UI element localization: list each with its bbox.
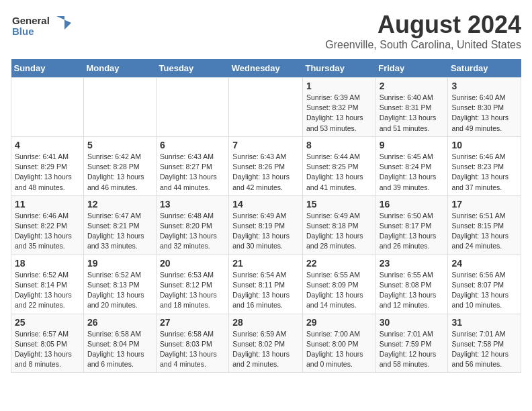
week-row-2: 4Sunrise: 6:41 AMSunset: 8:29 PMDaylight… xyxy=(11,136,521,195)
day-info: Sunrise: 6:58 AMSunset: 8:03 PMDaylight:… xyxy=(160,329,225,370)
day-cell: 17Sunrise: 6:51 AMSunset: 8:15 PMDayligh… xyxy=(448,195,521,255)
day-info: Sunrise: 6:43 AMSunset: 8:27 PMDaylight:… xyxy=(160,152,225,193)
day-number: 11 xyxy=(15,199,80,210)
day-number: 21 xyxy=(232,258,299,269)
day-number: 31 xyxy=(451,317,517,328)
day-cell: 26Sunrise: 6:58 AMSunset: 8:04 PMDayligh… xyxy=(83,314,156,373)
day-cell: 15Sunrise: 6:49 AMSunset: 8:18 PMDayligh… xyxy=(302,195,375,255)
day-cell xyxy=(157,78,229,137)
week-row-4: 18Sunrise: 6:52 AMSunset: 8:14 PMDayligh… xyxy=(11,255,521,314)
day-cell: 2Sunrise: 6:40 AMSunset: 8:31 PMDaylight… xyxy=(375,78,448,137)
col-header-friday: Friday xyxy=(375,59,448,78)
day-number: 22 xyxy=(306,258,372,269)
main-title: August 2024 xyxy=(325,11,521,39)
day-cell xyxy=(83,78,156,137)
day-cell: 29Sunrise: 7:00 AMSunset: 8:00 PMDayligh… xyxy=(302,314,375,373)
day-number: 2 xyxy=(380,81,445,91)
svg-text:Blue: Blue xyxy=(12,26,34,37)
day-cell: 6Sunrise: 6:43 AMSunset: 8:27 PMDaylight… xyxy=(157,136,229,195)
day-info: Sunrise: 7:01 AMSunset: 7:58 PMDaylight:… xyxy=(451,329,517,370)
day-info: Sunrise: 6:52 AMSunset: 8:13 PMDaylight:… xyxy=(87,270,152,311)
day-number: 17 xyxy=(451,199,517,210)
day-info: Sunrise: 7:00 AMSunset: 8:00 PMDaylight:… xyxy=(306,329,372,370)
day-number: 12 xyxy=(87,199,152,210)
day-cell: 30Sunrise: 7:01 AMSunset: 7:59 PMDayligh… xyxy=(375,314,448,373)
day-number: 24 xyxy=(451,258,517,269)
col-header-monday: Monday xyxy=(83,59,156,78)
day-cell: 23Sunrise: 6:55 AMSunset: 8:08 PMDayligh… xyxy=(375,255,448,314)
day-info: Sunrise: 6:52 AMSunset: 8:14 PMDaylight:… xyxy=(15,270,80,311)
day-number: 20 xyxy=(160,258,225,269)
day-info: Sunrise: 6:46 AMSunset: 8:23 PMDaylight:… xyxy=(451,152,517,193)
day-info: Sunrise: 6:44 AMSunset: 8:25 PMDaylight:… xyxy=(306,152,372,193)
logo: General Blue xyxy=(11,11,71,41)
day-number: 23 xyxy=(380,258,445,269)
day-info: Sunrise: 6:47 AMSunset: 8:21 PMDaylight:… xyxy=(87,211,152,252)
svg-marker-2 xyxy=(56,16,71,30)
day-info: Sunrise: 6:43 AMSunset: 8:26 PMDaylight:… xyxy=(232,152,299,193)
day-info: Sunrise: 6:57 AMSunset: 8:05 PMDaylight:… xyxy=(15,329,80,370)
day-cell: 27Sunrise: 6:58 AMSunset: 8:03 PMDayligh… xyxy=(157,314,229,373)
day-number: 6 xyxy=(160,140,225,150)
day-info: Sunrise: 6:59 AMSunset: 8:02 PMDaylight:… xyxy=(232,329,299,370)
day-cell: 31Sunrise: 7:01 AMSunset: 7:58 PMDayligh… xyxy=(448,314,521,373)
day-number: 16 xyxy=(380,199,445,210)
day-info: Sunrise: 6:56 AMSunset: 8:07 PMDaylight:… xyxy=(451,270,517,311)
day-cell: 1Sunrise: 6:39 AMSunset: 8:32 PMDaylight… xyxy=(302,78,375,137)
day-number: 15 xyxy=(306,199,372,210)
day-cell: 13Sunrise: 6:48 AMSunset: 8:20 PMDayligh… xyxy=(157,195,229,255)
day-info: Sunrise: 6:53 AMSunset: 8:12 PMDaylight:… xyxy=(160,270,225,311)
day-cell xyxy=(11,78,84,137)
day-info: Sunrise: 6:41 AMSunset: 8:29 PMDaylight:… xyxy=(15,152,80,193)
day-info: Sunrise: 6:55 AMSunset: 8:08 PMDaylight:… xyxy=(380,270,445,311)
day-info: Sunrise: 6:39 AMSunset: 8:32 PMDaylight:… xyxy=(306,93,372,134)
day-info: Sunrise: 6:40 AMSunset: 8:31 PMDaylight:… xyxy=(380,93,445,134)
day-number: 7 xyxy=(232,140,299,150)
day-info: Sunrise: 6:51 AMSunset: 8:15 PMDaylight:… xyxy=(451,211,517,252)
days-header-row: SundayMondayTuesdayWednesdayThursdayFrid… xyxy=(11,59,521,78)
week-row-5: 25Sunrise: 6:57 AMSunset: 8:05 PMDayligh… xyxy=(11,314,521,373)
day-number: 3 xyxy=(451,81,517,91)
week-row-1: 1Sunrise: 6:39 AMSunset: 8:32 PMDaylight… xyxy=(11,78,521,137)
day-cell: 24Sunrise: 6:56 AMSunset: 8:07 PMDayligh… xyxy=(448,255,521,314)
day-cell: 21Sunrise: 6:54 AMSunset: 8:11 PMDayligh… xyxy=(229,255,303,314)
day-cell: 8Sunrise: 6:44 AMSunset: 8:25 PMDaylight… xyxy=(302,136,375,195)
day-cell: 7Sunrise: 6:43 AMSunset: 8:26 PMDaylight… xyxy=(229,136,303,195)
day-number: 4 xyxy=(15,140,80,150)
day-cell: 16Sunrise: 6:50 AMSunset: 8:17 PMDayligh… xyxy=(375,195,448,255)
day-cell: 18Sunrise: 6:52 AMSunset: 8:14 PMDayligh… xyxy=(11,255,84,314)
day-cell: 20Sunrise: 6:53 AMSunset: 8:12 PMDayligh… xyxy=(157,255,229,314)
day-info: Sunrise: 7:01 AMSunset: 7:59 PMDaylight:… xyxy=(380,329,445,370)
day-cell: 12Sunrise: 6:47 AMSunset: 8:21 PMDayligh… xyxy=(83,195,156,255)
day-cell: 19Sunrise: 6:52 AMSunset: 8:13 PMDayligh… xyxy=(83,255,156,314)
day-info: Sunrise: 6:49 AMSunset: 8:18 PMDaylight:… xyxy=(306,211,372,252)
day-number: 28 xyxy=(232,317,299,328)
calendar-table: SundayMondayTuesdayWednesdayThursdayFrid… xyxy=(11,59,521,373)
day-cell: 3Sunrise: 6:40 AMSunset: 8:30 PMDaylight… xyxy=(448,78,521,137)
day-cell: 10Sunrise: 6:46 AMSunset: 8:23 PMDayligh… xyxy=(448,136,521,195)
day-number: 18 xyxy=(15,258,80,269)
svg-text:General: General xyxy=(12,15,50,26)
day-info: Sunrise: 6:48 AMSunset: 8:20 PMDaylight:… xyxy=(160,211,225,252)
day-info: Sunrise: 6:50 AMSunset: 8:17 PMDaylight:… xyxy=(380,211,445,252)
day-number: 14 xyxy=(232,199,299,210)
day-number: 26 xyxy=(87,317,152,328)
day-cell: 25Sunrise: 6:57 AMSunset: 8:05 PMDayligh… xyxy=(11,314,84,373)
day-number: 9 xyxy=(380,140,445,150)
day-cell: 14Sunrise: 6:49 AMSunset: 8:19 PMDayligh… xyxy=(229,195,303,255)
day-number: 13 xyxy=(160,199,225,210)
day-cell: 22Sunrise: 6:55 AMSunset: 8:09 PMDayligh… xyxy=(302,255,375,314)
week-row-3: 11Sunrise: 6:46 AMSunset: 8:22 PMDayligh… xyxy=(11,195,521,255)
col-header-wednesday: Wednesday xyxy=(229,59,303,78)
day-info: Sunrise: 6:58 AMSunset: 8:04 PMDaylight:… xyxy=(87,329,152,370)
day-info: Sunrise: 6:55 AMSunset: 8:09 PMDaylight:… xyxy=(306,270,372,311)
day-cell: 9Sunrise: 6:45 AMSunset: 8:24 PMDaylight… xyxy=(375,136,448,195)
col-header-saturday: Saturday xyxy=(448,59,521,78)
day-info: Sunrise: 6:54 AMSunset: 8:11 PMDaylight:… xyxy=(232,270,299,311)
day-cell: 28Sunrise: 6:59 AMSunset: 8:02 PMDayligh… xyxy=(229,314,303,373)
day-number: 19 xyxy=(87,258,152,269)
day-number: 10 xyxy=(451,140,517,150)
day-number: 27 xyxy=(160,317,225,328)
day-info: Sunrise: 6:42 AMSunset: 8:28 PMDaylight:… xyxy=(87,152,152,193)
day-number: 25 xyxy=(15,317,80,328)
